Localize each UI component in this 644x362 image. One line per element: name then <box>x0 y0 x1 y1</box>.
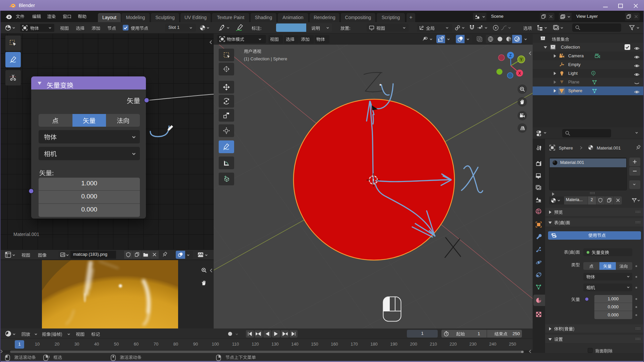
svg-text:X: X <box>518 71 521 76</box>
svg-text:Z: Z <box>509 53 512 58</box>
svg-text:Y: Y <box>520 57 523 62</box>
